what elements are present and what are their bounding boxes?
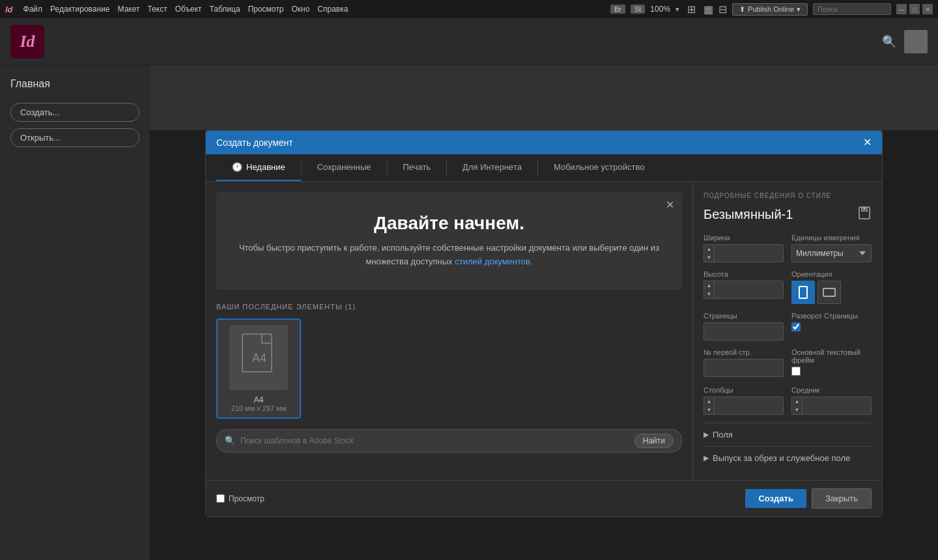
maximize-button[interactable]: □ (909, 4, 920, 14)
menu-edit[interactable]: Редактирование (50, 5, 109, 14)
dialog-title: Создать документ (216, 137, 293, 148)
margins-section[interactable]: ▶ Поля (704, 423, 872, 446)
menu-object[interactable]: Объект (175, 5, 202, 14)
tab-saved[interactable]: Сохраненные (302, 154, 387, 181)
orientation-buttons (791, 281, 872, 304)
bleed-label: Выпуск за обрез и служебное поле (713, 453, 850, 463)
user-avatar[interactable] (904, 30, 928, 53)
save-style-icon (857, 206, 872, 220)
tab-mobile[interactable]: Мобильное устройство (538, 154, 661, 181)
close-button[interactable]: ✕ (922, 4, 933, 14)
facing-checkbox[interactable] (791, 322, 801, 331)
gutter-down-arrow[interactable]: ▼ (792, 406, 802, 414)
style-details-title: ПОДРОБНЫЕ СВЕДЕНИЯ О СТИЛЕ (704, 192, 872, 199)
menu-view[interactable]: Просмотр (248, 5, 284, 14)
units-field: Единицы измерения Миллиметры (791, 234, 872, 262)
columns-spinner[interactable]: ▲ ▼ 1 (704, 397, 784, 415)
columns-field: Столбцы ▲ ▼ 1 (704, 386, 784, 415)
width-spinner[interactable]: ▲ ▼ 210 мм (704, 244, 784, 262)
publish-label: Publish Online (748, 5, 794, 13)
recent-item-name: A4 (254, 395, 264, 404)
recent-section-header: ВАШИ ПОСЛЕДНИЕ ЭЛЕМЕНТЫ (1) (216, 303, 682, 311)
recent-item[interactable]: A4 A4 210 мм x 297 мм (216, 318, 301, 419)
bridge-button[interactable]: Br (610, 5, 625, 14)
template-search-input[interactable] (240, 436, 629, 445)
close-dialog-button[interactable]: Закрыть (812, 488, 872, 509)
top-search-input[interactable] (813, 3, 891, 15)
columns-up-arrow[interactable]: ▲ (704, 397, 714, 406)
menu-window[interactable]: Окно (291, 5, 309, 14)
first-page-input[interactable]: 1 (704, 359, 784, 377)
open-button[interactable]: Открыть... (10, 128, 139, 147)
gutter-spinner[interactable]: ▲ ▼ 4,233 мм (791, 397, 872, 415)
bleed-arrow: ▶ (704, 454, 709, 462)
footer-preview: Просмотр (216, 494, 264, 503)
welcome-banner: ✕ Давайте начнем. Чтобы быстро приступит… (216, 192, 682, 290)
menu-file[interactable]: Файл (23, 5, 43, 14)
portrait-icon (799, 286, 808, 299)
view-icon-3[interactable]: ⊟ (718, 3, 727, 16)
height-arrows: ▲ ▼ (704, 281, 715, 298)
tab-recent[interactable]: 🕐 Недавние (216, 154, 301, 181)
welcome-close-button[interactable]: ✕ (666, 199, 674, 211)
primary-frame-checkbox[interactable] (791, 367, 801, 376)
publish-online-button[interactable]: ⬆ Publish Online ▾ (732, 3, 808, 16)
width-label: Ширина (704, 234, 784, 242)
search-btn[interactable]: Найти (634, 434, 674, 448)
width-up-arrow[interactable]: ▲ (704, 245, 714, 253)
columns-down-arrow[interactable]: ▼ (704, 406, 714, 414)
height-up-arrow[interactable]: ▲ (704, 281, 714, 290)
tab-web[interactable]: Для Интернета (447, 154, 537, 181)
width-down-arrow[interactable]: ▼ (704, 253, 714, 262)
menu-layout[interactable]: Макет (118, 5, 140, 14)
view-icon-1[interactable]: ⊞ (687, 3, 696, 16)
style-save-icon[interactable] (857, 206, 872, 223)
minimize-button[interactable]: — (896, 4, 907, 14)
gutter-up-arrow[interactable]: ▲ (792, 397, 802, 406)
app-logo-text: Id (5, 5, 13, 14)
publish-dropdown-icon: ▾ (797, 5, 801, 14)
first-page-field: № первой стр. 1 (704, 348, 784, 378)
svg-rect-4 (799, 287, 807, 298)
zoom-dropdown-icon[interactable]: ▾ (675, 5, 679, 14)
preview-checkbox[interactable] (216, 494, 225, 503)
facing-field: Разворот Страницы (791, 312, 872, 341)
tab-print[interactable]: Печать (388, 154, 447, 181)
dialog-body: ✕ Давайте начнем. Чтобы быстро приступит… (206, 182, 882, 480)
pages-input[interactable]: 1 (704, 322, 784, 341)
menu-table[interactable]: Таблица (210, 5, 240, 14)
create-button[interactable]: Создать... (10, 103, 139, 122)
menu-text[interactable]: Текст (147, 5, 167, 14)
top-right-controls: Br St 100% ▾ ⊞ ▦ ⊟ ⬆ Publish Online ▾ — … (610, 3, 933, 16)
units-select[interactable]: Миллиметры (791, 244, 872, 262)
bleed-section[interactable]: ▶ Выпуск за обрез и служебное поле (704, 446, 872, 469)
primary-frame-label: Основной текстовый фрейм (791, 348, 872, 364)
portrait-button[interactable] (791, 281, 815, 304)
header-search-icon[interactable]: 🔍 (882, 35, 896, 49)
view-icon-2[interactable]: ▦ (704, 3, 713, 16)
top-menu-bar: Id Файл Редактирование Макет Текст Объек… (0, 0, 938, 18)
height-label: Высота (704, 270, 784, 278)
dialog-right-panel: ПОДРОБНЫЕ СВЕДЕНИЯ О СТИЛЕ Безымянный-1 (693, 182, 882, 480)
dialog-close-button[interactable]: ✕ (863, 137, 872, 148)
menu-help[interactable]: Справка (317, 5, 348, 14)
pages-facing-row: Страницы 1 Разворот Страницы (704, 312, 872, 341)
modal-overlay: Создать документ ✕ 🕐 Недавние Сохраненны… (150, 130, 938, 560)
width-value[interactable]: 210 мм (715, 249, 783, 258)
height-value[interactable]: 297 мм (715, 285, 783, 294)
landscape-button[interactable] (817, 281, 841, 304)
template-search-bar: 🔍 Найти (216, 429, 682, 453)
recent-item-size: 210 мм x 297 мм (231, 404, 287, 412)
menu-items: Файл Редактирование Макет Текст Объект Т… (23, 5, 348, 14)
gutter-value[interactable]: 4,233 мм (803, 401, 871, 410)
columns-value[interactable]: 1 (715, 401, 783, 410)
welcome-link[interactable]: стилей документов. (455, 257, 532, 266)
first-page-label: № первой стр. (704, 348, 784, 356)
height-spinner[interactable]: ▲ ▼ 297 мм (704, 281, 784, 299)
stock-button[interactable]: St (631, 5, 645, 14)
create-doc-button[interactable]: Создать (745, 489, 806, 508)
pages-label: Страницы (704, 312, 784, 320)
dialog-tabs: 🕐 Недавние Сохраненные Печать Для Интерн… (206, 154, 882, 182)
svg-rect-5 (823, 288, 835, 296)
height-down-arrow[interactable]: ▼ (704, 290, 714, 298)
